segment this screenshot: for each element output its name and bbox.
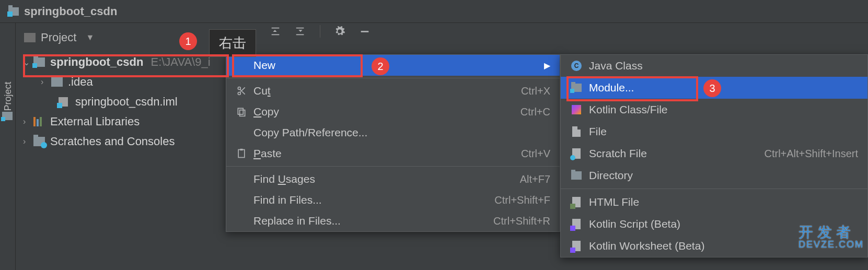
svg-rect-0	[361, 31, 369, 32]
menu-item-label: HTML File	[589, 196, 639, 208]
submenu-item-html-file[interactable]: HTML File	[561, 191, 867, 213]
gear-icon[interactable]	[334, 26, 345, 37]
menu-item-label: Find in Files...	[253, 194, 322, 206]
window-title: springboot_csdn	[24, 5, 117, 18]
project-tool-window-tab[interactable]: Project	[0, 23, 16, 270]
directory-icon	[570, 170, 583, 181]
hide-icon[interactable]	[359, 26, 371, 37]
submenu-item-directory[interactable]: Directory	[561, 165, 867, 186]
module-icon	[570, 82, 583, 93]
paste-icon	[236, 148, 247, 159]
menu-item-label: Kotlin Class/File	[589, 103, 668, 116]
html-file-icon	[570, 196, 583, 208]
annotation-marker-2: 2	[372, 57, 389, 75]
menu-item-shortcut: Ctrl+C	[520, 106, 550, 118]
submenu-arrow-icon: ▶	[544, 61, 550, 71]
menu-item-label: Module...	[589, 81, 634, 94]
menu-item-cut[interactable]: Cut Ctrl+X	[226, 80, 560, 101]
project-panel-header: Project ▼	[0, 23, 868, 52]
menu-item-label: Kotlin Worksheet (Beta)	[589, 240, 704, 252]
menu-item-label: Cut	[253, 85, 271, 97]
menu-item-label: Java Class	[589, 60, 643, 72]
sidebar-tab-icon	[2, 112, 13, 120]
menu-item-label: New	[253, 59, 275, 72]
watermark: 开 发 者 DEVZE.COM	[798, 225, 864, 249]
expander-down-icon[interactable]: ⌄	[23, 57, 33, 67]
menu-item-new[interactable]: New ▶	[226, 55, 560, 76]
window-titlebar: springboot_csdn	[0, 0, 868, 23]
cut-icon	[236, 85, 247, 97]
expander-right-icon[interactable]: ›	[23, 117, 33, 126]
svg-rect-3	[238, 150, 245, 158]
project-view-label: Project	[41, 31, 76, 44]
file-icon	[570, 126, 583, 137]
java-class-icon: C	[570, 60, 583, 72]
watermark-line2: DEVZE.COM	[798, 240, 864, 249]
tree-node-label: Scratches and Consoles	[50, 135, 175, 148]
project-panel-toolbar	[270, 25, 371, 38]
chevron-down-icon: ▼	[86, 33, 94, 42]
menu-item-label: Directory	[589, 169, 633, 182]
menu-item-label: Replace in Files...	[253, 215, 341, 227]
menu-separator	[226, 78, 560, 78]
svg-rect-1	[238, 108, 243, 114]
kotlin-file-icon	[570, 104, 583, 115]
context-menu: New ▶ Cut Ctrl+X Copy Ctrl+C Copy Path/R…	[226, 54, 560, 232]
tree-node-label: springboot_csdn.iml	[75, 95, 178, 109]
menu-separator	[226, 166, 560, 167]
menu-item-label: Scratch File	[589, 147, 647, 160]
iml-file-icon	[59, 97, 70, 107]
menu-item-shortcut: Alt+F7	[520, 173, 550, 185]
sidebar-tab-label: Project	[2, 81, 13, 111]
menu-item-find-in-files[interactable]: Find in Files... Ctrl+Shift+F	[226, 190, 560, 210]
submenu-item-scratch-file[interactable]: Scratch File Ctrl+Alt+Shift+Insert	[561, 143, 867, 165]
project-view-icon	[24, 33, 36, 42]
collapse-all-icon[interactable]	[295, 26, 306, 37]
menu-item-shortcut: Ctrl+Shift+R	[493, 215, 550, 227]
menu-item-find-usages[interactable]: Find Usages Alt+F7	[226, 169, 560, 190]
svg-rect-4	[240, 149, 243, 150]
project-view-selector[interactable]: Project ▼	[24, 31, 94, 44]
tree-root-label: springboot_csdn	[50, 55, 143, 69]
submenu-item-kotlin-class[interactable]: Kotlin Class/File	[561, 99, 867, 121]
project-folder-icon	[8, 7, 19, 16]
copy-icon	[236, 106, 247, 118]
expand-all-icon[interactable]	[270, 26, 281, 37]
menu-separator	[561, 189, 867, 189]
menu-item-shortcut: Ctrl+Shift+F	[494, 194, 550, 206]
expander-right-icon[interactable]: ›	[41, 77, 51, 87]
menu-item-label: Copy	[253, 105, 279, 118]
menu-item-label: Paste	[253, 147, 282, 160]
tree-node-label: .idea	[68, 75, 93, 89]
annotation-tooltip: 右击	[209, 29, 256, 57]
annotation-marker-3: 3	[703, 79, 721, 97]
kotlin-script-icon	[570, 218, 583, 230]
tree-root-path: E:\JAVA\9_i	[151, 55, 210, 69]
module-folder-icon	[33, 57, 45, 67]
submenu-item-java-class[interactable]: C Java Class	[561, 55, 867, 77]
menu-item-label: Find Usages	[253, 173, 315, 185]
menu-item-shortcut: Ctrl+X	[521, 85, 550, 97]
expander-right-icon[interactable]: ›	[23, 137, 33, 146]
menu-item-label: Kotlin Script (Beta)	[589, 218, 680, 230]
menu-item-shortcut: Ctrl+Alt+Shift+Insert	[764, 148, 858, 160]
scratch-file-icon	[570, 148, 583, 159]
external-libraries-icon	[33, 117, 45, 126]
annotation-marker-1: 1	[179, 32, 197, 50]
menu-item-shortcut: Ctrl+V	[521, 148, 550, 160]
scratches-icon	[33, 137, 45, 146]
menu-item-copy-path[interactable]: Copy Path/Reference...	[226, 122, 560, 143]
folder-icon	[51, 77, 63, 87]
menu-item-replace-in-files[interactable]: Replace in Files... Ctrl+Shift+R	[226, 210, 560, 231]
tree-node-label: External Libraries	[50, 115, 140, 128]
menu-item-copy[interactable]: Copy Ctrl+C	[226, 101, 560, 122]
svg-rect-2	[240, 110, 245, 116]
toolbar-separator	[320, 25, 320, 38]
menu-item-label: Copy Path/Reference...	[253, 126, 367, 139]
menu-item-paste[interactable]: Paste Ctrl+V	[226, 143, 560, 164]
submenu-item-file[interactable]: File	[561, 121, 867, 143]
menu-item-label: File	[589, 125, 607, 138]
kotlin-worksheet-icon	[570, 240, 583, 252]
watermark-line1: 开 发 者	[798, 225, 864, 240]
